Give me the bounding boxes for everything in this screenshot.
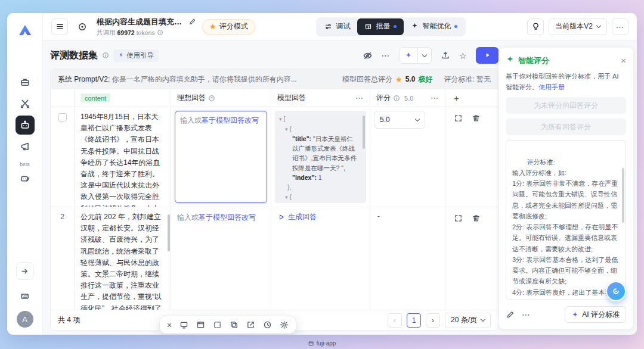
skills-icon	[20, 98, 30, 109]
table-row: 2 公元前 202 年，刘邦建立汉朝，定都长安。汉初经济残破、百废待兴，为了巩固…	[51, 207, 498, 310]
run-button[interactable]	[476, 47, 499, 64]
sparkle-icon	[506, 55, 515, 66]
history-icon[interactable]	[263, 320, 272, 329]
sidebar-expand-button[interactable]	[16, 262, 34, 280]
model-answer-json[interactable]: ▾ [ ▾ { "title": "日本天皇裕仁以广播形式发表《终战诏书》,宣布…	[275, 111, 366, 203]
tab-batch[interactable]: 批量	[357, 18, 404, 35]
generate-answer-button[interactable]: 生成回答	[271, 207, 323, 227]
ai-dropdown-button[interactable]	[418, 48, 431, 63]
edit-title-icon[interactable]	[188, 18, 196, 26]
grid-icon	[364, 23, 372, 30]
tips-button[interactable]	[527, 18, 544, 35]
guide-badge[interactable]: 使用引导	[113, 49, 159, 62]
ideal-answer-input[interactable]: 输入或基于模型回答改写	[171, 207, 271, 228]
chevron-down-icon	[481, 317, 485, 322]
app-sidebar: beta A	[7, 13, 43, 335]
ai-criteria-button[interactable]: AI 评分标准	[565, 306, 626, 323]
expand-row-icon[interactable]	[454, 214, 463, 223]
selection-icon[interactable]	[213, 320, 222, 329]
sidebar-item-workspace[interactable]	[16, 73, 35, 92]
star-icon: ★	[395, 76, 402, 83]
app-title: 根据内容生成题目填充J...	[97, 17, 185, 27]
table-row: 1945年8月15日，日本天皇裕仁以广播形式发表《终战诏书》，宣布日本无条件投降…	[51, 107, 498, 207]
rewrite-from-model-link[interactable]: 基于模型回答改写	[202, 116, 259, 124]
plus-icon: +	[451, 93, 459, 103]
scrollbar-thumb[interactable]	[622, 168, 624, 223]
scrollbar-thumb[interactable]	[363, 116, 365, 149]
next-page-button[interactable]: ›	[426, 313, 440, 328]
menu-button[interactable]	[51, 18, 68, 35]
add-column-button[interactable]: +	[445, 89, 498, 107]
close-icon[interactable]: ×	[167, 321, 172, 329]
app-logo[interactable]	[16, 21, 34, 39]
criteria-textarea[interactable]: 评分标准: 输入评分标准，如: 1分: 表示回答非常不满意，存在严重问题。可能包…	[506, 140, 626, 300]
panel-description: 基于你对模型回答的评分标准，用于 AI 智能评分。使用手册	[506, 71, 626, 92]
column-score[interactable]: 评分 5.0 ⋯	[370, 89, 445, 107]
current-page-button[interactable]: 1	[407, 313, 421, 328]
sidebar-item-agents[interactable]	[16, 116, 35, 135]
help-icon[interactable]: ?	[208, 95, 215, 102]
lightbulb-icon	[531, 22, 540, 31]
column-more-icon[interactable]: ⋯	[431, 94, 439, 102]
prev-page-button[interactable]: ‹	[388, 313, 402, 328]
ideal-answer-input[interactable]: 输入或基于模型回答改写	[175, 111, 267, 203]
column-ideal-answer[interactable]: 理想回答 ?	[171, 89, 271, 107]
model-answer-cell: ▾ [ ▾ { "title": "日本天皇裕仁以广播形式发表《终战诏书》,宣布…	[271, 107, 370, 207]
window-icon[interactable]	[196, 320, 205, 329]
tab-debug[interactable]: 调试	[317, 18, 357, 35]
scrollbar-thumb[interactable]	[168, 214, 170, 251]
rewrite-from-model-link[interactable]: 基于模型回答改写	[199, 213, 256, 222]
version-select[interactable]: 当前版本V2	[549, 18, 607, 35]
content-cell: 1945年8月15日，日本天皇裕仁以广播形式发表《终战诏书》，宣布日本无条件投降…	[75, 107, 171, 207]
export-icon[interactable]	[441, 51, 450, 60]
column-content[interactable]: content	[75, 89, 171, 107]
edit-criteria-icon[interactable]	[506, 310, 515, 319]
manual-link[interactable]: 使用手册	[538, 83, 565, 91]
hamburger-icon	[55, 22, 64, 31]
content-area: 评测数据集 使用引导 ⋯ ☆	[43, 40, 637, 335]
briefcase-icon	[20, 77, 30, 88]
score-select[interactable]: 5.0	[374, 111, 425, 129]
arrow-right-icon	[20, 267, 29, 276]
criteria-status: 评分标准: 暂无	[444, 74, 491, 85]
status-dot	[454, 25, 457, 28]
page-size-select[interactable]: 20 条/页	[445, 313, 491, 328]
user-avatar[interactable]: A	[17, 311, 33, 328]
row-checkbox[interactable]	[58, 113, 67, 121]
workspace-switch-button[interactable]	[74, 18, 91, 35]
pagination: ‹ 1 › 20 条/页	[388, 313, 491, 328]
ai-assistant-bubble[interactable]	[606, 281, 626, 301]
more-icon[interactable]: ⋯	[522, 310, 531, 319]
beta-label: beta	[20, 162, 30, 167]
delete-row-icon[interactable]	[472, 114, 481, 123]
settings-icon[interactable]	[280, 320, 289, 329]
score-empty: -	[370, 207, 445, 225]
ideal-answer-cell: 输入或基于模型回答改写	[171, 107, 271, 207]
avatar-initial: A	[22, 315, 27, 324]
sidebar-item-evaluation[interactable]	[16, 169, 35, 188]
close-panel-button[interactable]: ×	[621, 56, 626, 65]
eye-off-icon[interactable]	[363, 51, 373, 61]
share-icon[interactable]	[246, 320, 255, 329]
sidebar-shortcuts-button[interactable]	[16, 286, 35, 306]
column-model-answer[interactable]: 模型回答 ⋯	[271, 89, 370, 107]
delete-row-icon[interactable]	[472, 214, 481, 223]
sidebar-item-announcement[interactable]	[16, 137, 35, 156]
score-unscored-button[interactable]: 为未评分的回答评分	[506, 97, 626, 114]
favorite-icon[interactable]: ☆	[459, 51, 467, 60]
monitor-icon[interactable]	[179, 320, 188, 329]
expand-row-icon[interactable]	[454, 114, 463, 123]
ai-sparkle-icon[interactable]	[400, 48, 418, 63]
sidebar-item-skills[interactable]	[16, 94, 35, 113]
evaluation-robot-icon	[20, 173, 30, 183]
more-icon[interactable]: ⋯	[382, 51, 391, 60]
info-icon[interactable]	[157, 29, 163, 36]
clipboard-icon[interactable]	[230, 320, 239, 329]
topbar-more-button[interactable]: ⋯	[612, 18, 628, 35]
column-more-icon[interactable]: ⋯	[355, 94, 364, 102]
info-icon[interactable]	[102, 52, 109, 59]
info-icon[interactable]	[393, 95, 400, 102]
score-all-button[interactable]: 为所有回答评分	[506, 119, 626, 135]
tab-optimize[interactable]: 智能优化	[404, 18, 465, 35]
score-cell: 5.0	[370, 107, 445, 207]
